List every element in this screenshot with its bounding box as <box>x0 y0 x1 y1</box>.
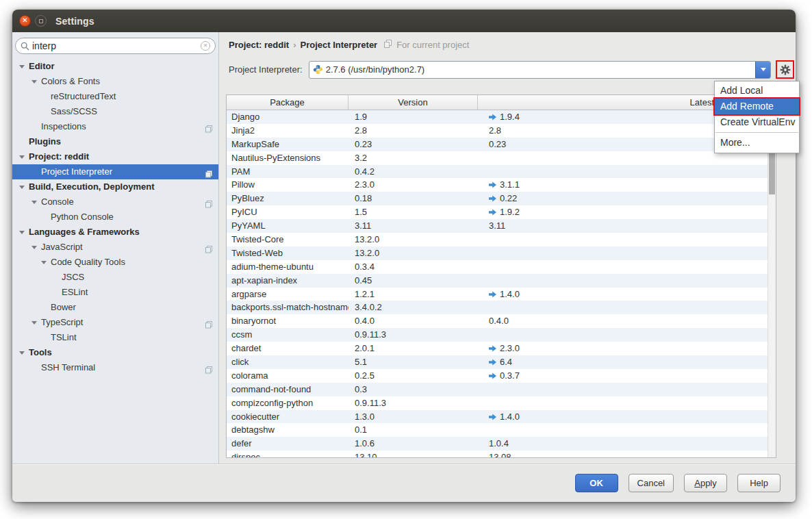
table-row[interactable]: Twisted-Core13.2.0 <box>227 233 776 246</box>
sidebar-item-jscs[interactable]: JSCS <box>12 270 218 285</box>
help-button[interactable]: Help <box>737 474 781 492</box>
sidebar-item-python-console[interactable]: Python Console <box>12 210 218 225</box>
table-row[interactable]: ccsm0.9.11.3 <box>227 328 776 342</box>
table-row[interactable]: colorama0.2.50.3.7 <box>227 369 776 383</box>
window-title: Settings <box>55 16 94 27</box>
breadcrumb-project[interactable]: Project: reddit <box>229 40 289 50</box>
table-row[interactable]: apt-xapian-index0.45 <box>227 274 776 288</box>
search-input[interactable] <box>32 40 201 51</box>
sidebar-item-plugins[interactable]: Plugins <box>12 134 218 149</box>
table-scrollbar[interactable] <box>767 110 776 457</box>
table-row[interactable]: PAM0.4.2 <box>227 165 776 179</box>
sidebar-item-project-interpreter[interactable]: Project Interpreter <box>12 164 218 179</box>
latest-version: 13.08 <box>489 451 511 457</box>
sidebar-item-inspections[interactable]: Inspections <box>12 119 218 134</box>
table-row[interactable]: Nautilus-PyExtensions3.2 <box>227 151 776 165</box>
sidebar-item-bower[interactable]: Bower <box>12 300 218 315</box>
restore-button[interactable] <box>35 15 47 27</box>
table-row[interactable]: chardet2.0.12.3.0 <box>227 342 776 355</box>
table-row[interactable]: MarkupSafe0.230.23 <box>227 138 776 151</box>
upgrade-arrow-icon <box>489 372 496 379</box>
sidebar-item-typescript[interactable]: TypeScript <box>12 315 218 330</box>
titlebar[interactable]: ✕ Settings <box>12 10 796 32</box>
apply-button[interactable]: Apply <box>684 474 727 492</box>
table-row[interactable]: Twisted-Web13.2.0 <box>227 246 776 260</box>
table-row[interactable]: PyYAML3.113.11 <box>227 219 776 233</box>
expand-arrow-icon[interactable] <box>19 351 25 355</box>
expand-arrow-icon[interactable] <box>31 321 37 325</box>
latest-version: 0.4.0 <box>489 314 509 328</box>
expand-arrow-icon[interactable] <box>31 80 37 84</box>
ok-button[interactable]: OK <box>575 474 618 492</box>
table-row[interactable]: PyICU1.51.9.2 <box>227 205 776 219</box>
cancel-button[interactable]: Cancel <box>629 474 674 492</box>
table-row[interactable]: PyBluez0.180.22 <box>227 192 776 205</box>
expand-arrow-icon[interactable] <box>19 186 25 189</box>
menu-item-add-local[interactable]: Add Local <box>715 83 799 99</box>
version-cell: 1.0.6 <box>348 437 478 451</box>
table-row[interactable]: Jinja22.82.8 <box>227 124 776 138</box>
interpreter-label: Project Interpreter: <box>229 64 303 75</box>
table-row[interactable]: binaryornot0.4.00.4.0 <box>227 314 776 328</box>
expand-arrow-icon[interactable] <box>41 261 47 264</box>
expand-arrow-icon[interactable] <box>19 155 25 159</box>
upgrade-arrow-icon <box>489 195 496 202</box>
menu-item-add-remote[interactable]: Add Remote <box>715 99 799 114</box>
table-row[interactable]: command-not-found0.3 <box>227 383 776 396</box>
menu-item-more[interactable]: More... <box>715 135 799 151</box>
sidebar-item-tslint[interactable]: TSLint <box>12 330 218 345</box>
package-cell: click <box>227 355 348 369</box>
sidebar-item-languages-frameworks[interactable]: Languages & Frameworks <box>12 225 218 240</box>
column-header-version[interactable]: Version <box>348 95 478 110</box>
sidebar-item-build-execution-deployment[interactable]: Build, Execution, Deployment <box>12 179 218 194</box>
sidebar-item-editor[interactable]: Editor <box>12 59 218 74</box>
sidebar-item-label: SSH Terminal <box>12 360 95 375</box>
expand-arrow-icon[interactable] <box>31 201 37 204</box>
package-cell: apt-xapian-index <box>227 274 348 288</box>
sidebar-item-colors-fonts[interactable]: Colors & Fonts <box>12 74 218 89</box>
table-row[interactable]: cookiecutter1.3.01.4.0 <box>227 410 776 424</box>
column-header-package[interactable]: Package <box>227 95 348 110</box>
table-row[interactable]: Django1.91.9.4 <box>227 110 776 124</box>
menu-item-create-virtualenv[interactable]: Create VirtualEnv <box>715 114 799 130</box>
version-cell: 1.5 <box>348 205 478 219</box>
package-cell: command-not-found <box>227 383 348 396</box>
table-row[interactable]: click5.16.4 <box>227 355 776 369</box>
sidebar-item-code-quality-tools[interactable]: Code Quality Tools <box>12 255 218 270</box>
dropdown-arrow-button[interactable] <box>755 62 770 78</box>
latest-version: 1.9.4 <box>500 110 520 124</box>
expand-arrow-icon[interactable] <box>19 231 25 234</box>
version-cell: 3.2 <box>348 151 478 165</box>
sidebar-item-javascript[interactable]: JavaScript <box>12 240 218 255</box>
sidebar-item-sass-scss[interactable]: Sass/SCSS <box>12 104 218 119</box>
table-row[interactable]: adium-theme-ubuntu0.3.4 <box>227 260 776 274</box>
search-field[interactable]: ✕ <box>15 38 216 54</box>
close-button[interactable]: ✕ <box>19 15 31 27</box>
sidebar-item-eslint[interactable]: ESLint <box>12 285 218 300</box>
sidebar-item-ssh-terminal[interactable]: SSH Terminal <box>12 360 218 375</box>
package-cell: Pillow <box>227 178 348 192</box>
upgrade-arrow-icon <box>489 181 496 188</box>
table-row[interactable]: argparse1.2.11.4.0 <box>227 288 776 301</box>
package-cell: PAM <box>227 165 348 179</box>
latest-cell: 1.0.4 <box>478 437 776 451</box>
expand-arrow-icon[interactable] <box>31 246 37 249</box>
latest-cell <box>478 246 776 260</box>
table-row[interactable]: defer1.0.61.0.4 <box>227 437 776 451</box>
expand-arrow-icon[interactable] <box>19 65 25 68</box>
gear-button[interactable] <box>776 60 794 79</box>
table-row[interactable]: dirspec13.1013.08 <box>227 451 776 457</box>
table-row[interactable]: Pillow2.3.03.1.1 <box>227 178 776 192</box>
latest-cell: 0.3.7 <box>478 369 776 383</box>
sidebar-item-project-reddit[interactable]: Project: reddit <box>12 149 218 164</box>
table-row[interactable]: compizconfig-python0.9.11.3 <box>227 396 776 410</box>
sidebar-item-console[interactable]: Console <box>12 194 218 210</box>
table-row[interactable]: backports.ssl-match-hostname3.4.0.2 <box>227 301 776 314</box>
package-cell: Nautilus-PyExtensions <box>227 151 348 165</box>
table-row[interactable]: debtagshw0.1 <box>227 423 776 437</box>
clear-search-icon[interactable]: ✕ <box>201 41 210 51</box>
sidebar-item-tools[interactable]: Tools <box>12 345 218 360</box>
upgrade-arrow-icon <box>489 359 496 366</box>
sidebar-item-restructuredtext[interactable]: reStructuredText <box>12 89 218 104</box>
interpreter-select[interactable]: 2.7.6 (/usr/bin/python2.7) <box>309 61 771 79</box>
